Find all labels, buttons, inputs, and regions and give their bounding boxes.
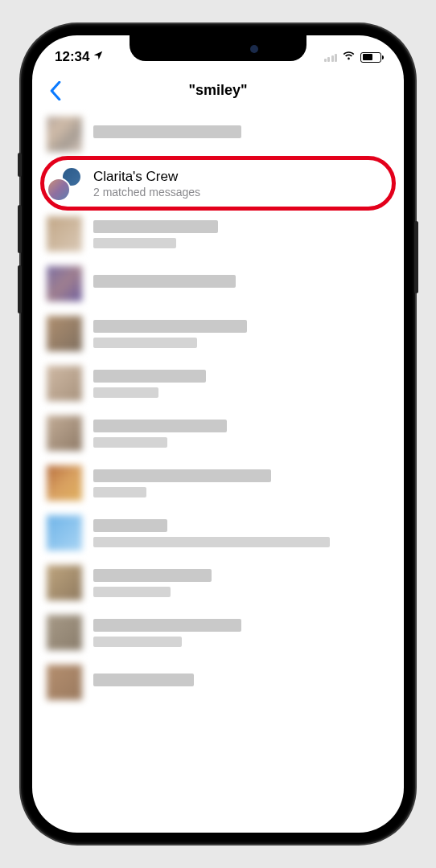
status-right xyxy=(324,48,382,66)
avatar xyxy=(47,665,82,700)
list-item-text xyxy=(93,275,389,293)
wifi-icon xyxy=(342,48,356,66)
avatar xyxy=(47,117,82,152)
status-time: 12:34 xyxy=(55,49,89,65)
avatar xyxy=(47,515,82,551)
list-item-text xyxy=(93,619,389,647)
list-item[interactable] xyxy=(32,558,404,608)
avatar xyxy=(47,266,82,301)
list-item[interactable] xyxy=(32,458,404,508)
page-title: "smiley" xyxy=(188,82,247,99)
mute-switch xyxy=(18,153,22,177)
list-item-text xyxy=(93,569,389,597)
list-item-text: Clarita's Crew 2 matched messages xyxy=(93,168,389,200)
list-item[interactable] xyxy=(32,408,404,458)
list-item[interactable] xyxy=(32,508,404,558)
screen: 12:34 "smiley" xyxy=(32,35,404,833)
power-button xyxy=(414,221,418,293)
conversation-name: Clarita's Crew xyxy=(93,168,389,185)
conversation-subtitle: 2 matched messages xyxy=(93,186,389,200)
list-item-text xyxy=(93,469,389,497)
list-item-text xyxy=(93,674,389,691)
avatar xyxy=(47,316,82,351)
search-results-list[interactable]: Clarita's Crew 2 matched messages xyxy=(32,109,404,833)
avatar xyxy=(47,565,82,600)
list-item-text xyxy=(93,320,389,348)
list-item[interactable] xyxy=(32,358,404,408)
list-item-claritas-crew[interactable]: Clarita's Crew 2 matched messages xyxy=(32,159,404,209)
list-item[interactable] xyxy=(32,109,404,159)
avatar xyxy=(47,366,82,401)
avatar xyxy=(47,416,82,451)
cellular-icon xyxy=(324,52,338,62)
nav-bar: "smiley" xyxy=(32,71,404,109)
list-item[interactable] xyxy=(32,259,404,309)
group-avatar xyxy=(47,166,82,202)
list-item[interactable] xyxy=(32,657,404,707)
avatar xyxy=(47,615,82,650)
status-left: 12:34 xyxy=(55,49,104,65)
volume-up-button xyxy=(18,205,22,253)
volume-down-button xyxy=(18,265,22,313)
chevron-left-icon xyxy=(49,81,62,100)
list-item-text xyxy=(93,370,389,398)
back-button[interactable] xyxy=(43,79,68,103)
device-frame: 12:34 "smiley" xyxy=(21,24,415,844)
list-item[interactable] xyxy=(32,608,404,657)
list-item-text xyxy=(93,125,389,143)
battery-icon xyxy=(360,52,381,63)
location-icon xyxy=(93,49,104,65)
avatar xyxy=(47,465,82,501)
list-item-text xyxy=(93,220,389,248)
list-item-text xyxy=(93,519,389,547)
list-item[interactable] xyxy=(32,209,404,259)
notch xyxy=(130,35,306,61)
avatar xyxy=(47,216,82,252)
list-item-text xyxy=(93,420,389,448)
list-item[interactable] xyxy=(32,309,404,358)
